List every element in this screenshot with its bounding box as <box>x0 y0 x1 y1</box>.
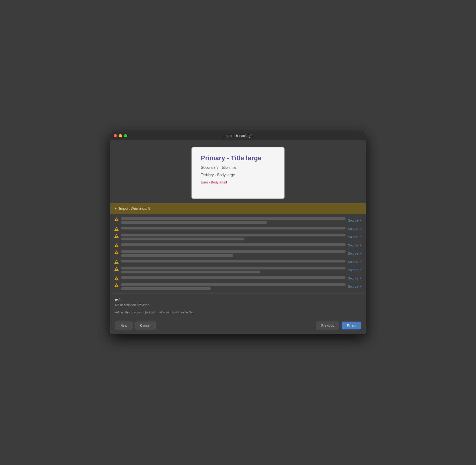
source-link[interactable]: Source ↗ <box>348 219 362 222</box>
footer: Help Cancel Previous Finish <box>110 319 366 334</box>
warning-content <box>121 250 346 257</box>
warning-icon: ! <box>114 217 119 221</box>
source-link[interactable]: Source ↗ <box>348 243 362 247</box>
bottom-section: m3 No description provided Adding this t… <box>110 293 366 314</box>
warnings-title: Import Warnings: 9 <box>119 206 150 211</box>
svg-text:!: ! <box>116 228 117 230</box>
help-button[interactable]: Help <box>115 322 133 329</box>
list-item: ! Source ↗ <box>110 282 366 291</box>
svg-text:!: ! <box>116 244 117 247</box>
svg-text:!: ! <box>116 277 117 280</box>
traffic-lights <box>114 134 127 137</box>
source-link[interactable]: Source ↗ <box>348 252 362 255</box>
warning-bar <box>121 271 260 274</box>
cancel-button[interactable]: Cancel <box>135 322 156 329</box>
source-link[interactable]: Source ↗ <box>348 260 362 264</box>
warning-content <box>121 267 346 274</box>
warning-bar <box>121 227 346 230</box>
warning-bar <box>121 283 346 286</box>
warning-icon: ! <box>114 260 119 264</box>
warning-bar <box>121 243 346 246</box>
warnings-header[interactable]: ▾ Import Warnings: 9 <box>110 203 366 214</box>
window-title: Import UI Package <box>224 134 252 138</box>
warning-bar <box>121 287 211 290</box>
source-link[interactable]: Source ↗ <box>348 268 362 272</box>
source-link[interactable]: Source ↗ <box>348 276 362 280</box>
preview-error-text: Error - Body small <box>201 180 275 184</box>
warning-icon: ! <box>114 283 119 287</box>
preview-primary-text: Primary - Title large <box>201 154 275 162</box>
warning-icon: ! <box>114 276 119 280</box>
list-item: ! Source ↗ <box>110 225 366 232</box>
warning-bar <box>121 260 346 263</box>
warning-bar <box>121 217 346 220</box>
preview-secondary-text: Secondary - title small <box>201 166 275 170</box>
warning-bar <box>121 276 346 279</box>
warning-content <box>121 217 346 224</box>
warning-icon: ! <box>114 243 119 247</box>
package-description: No description provided <box>115 303 361 307</box>
finish-button[interactable]: Finish <box>342 322 361 329</box>
package-name: m3 <box>115 298 361 302</box>
preview-card: Primary - Title large Secondary - title … <box>192 148 284 199</box>
source-link[interactable]: Source ↗ <box>348 285 362 288</box>
warning-bar <box>121 238 245 240</box>
footer-right-actions: Previous Finish <box>316 322 361 329</box>
svg-text:!: ! <box>116 251 117 254</box>
chevron-down-icon: ▾ <box>115 207 117 211</box>
warning-icon: ! <box>114 227 119 231</box>
svg-text:!: ! <box>116 218 117 221</box>
warning-content <box>121 260 346 263</box>
warning-bar <box>121 221 267 224</box>
warning-content <box>121 234 346 240</box>
svg-text:!: ! <box>116 268 117 270</box>
list-item: ! Source ↗ <box>110 249 366 258</box>
svg-text:!: ! <box>116 261 117 264</box>
warning-icon: ! <box>114 250 119 254</box>
list-item: ! Source ↗ <box>110 216 366 225</box>
close-button[interactable] <box>114 134 117 137</box>
warning-bar <box>121 250 346 253</box>
svg-text:!: ! <box>116 235 117 237</box>
svg-text:!: ! <box>116 284 117 287</box>
previous-button[interactable]: Previous <box>316 322 339 329</box>
list-item: ! Source ↗ <box>110 275 366 282</box>
build-note: Adding this to your project will modify … <box>115 311 361 314</box>
warning-bar <box>121 254 233 257</box>
warnings-list: ! Source ↗ ! Source ↗ ! <box>110 214 366 293</box>
minimize-button[interactable] <box>119 134 122 137</box>
warning-bar <box>121 234 346 236</box>
warning-content <box>121 227 346 230</box>
warning-icon: ! <box>114 267 119 271</box>
main-window: Import UI Package Primary - Title large … <box>110 131 366 334</box>
warning-content <box>121 243 346 246</box>
maximize-button[interactable] <box>124 134 127 137</box>
source-link[interactable]: Source ↗ <box>348 235 362 239</box>
list-item: ! Source ↗ <box>110 242 366 249</box>
list-item: ! Source ↗ <box>110 265 366 275</box>
preview-area: Primary - Title large Secondary - title … <box>110 140 366 203</box>
warning-icon: ! <box>114 234 119 238</box>
source-link[interactable]: Source ↗ <box>348 227 362 231</box>
warning-bar <box>121 267 346 269</box>
list-item: ! Source ↗ <box>110 232 366 242</box>
preview-tertiary-text: Teritiary - Body large <box>201 173 275 177</box>
warning-content <box>121 276 346 279</box>
list-item: ! Source ↗ <box>110 258 366 265</box>
titlebar: Import UI Package <box>110 131 366 140</box>
warning-content <box>121 283 346 290</box>
